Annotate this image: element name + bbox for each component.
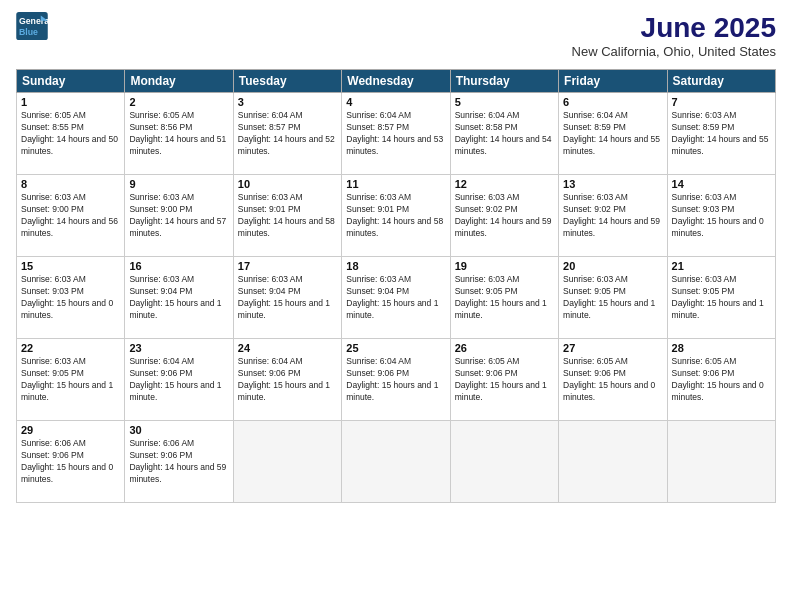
day-cell-21: 21 Sunrise: 6:03 AMSunset: 9:05 PMDaylig… — [667, 257, 775, 339]
col-thursday: Thursday — [450, 70, 558, 93]
week-row-2: 8 Sunrise: 6:03 AMSunset: 9:00 PMDayligh… — [17, 175, 776, 257]
day-cell-23: 23 Sunrise: 6:04 AMSunset: 9:06 PMDaylig… — [125, 339, 233, 421]
col-monday: Monday — [125, 70, 233, 93]
empty-cell-1 — [233, 421, 341, 503]
day-cell-30: 30 Sunrise: 6:06 AMSunset: 9:06 PMDaylig… — [125, 421, 233, 503]
header-row: Sunday Monday Tuesday Wednesday Thursday… — [17, 70, 776, 93]
title-block: June 2025 New California, Ohio, United S… — [572, 12, 776, 59]
day-cell-13: 13 Sunrise: 6:03 AMSunset: 9:02 PMDaylig… — [559, 175, 667, 257]
week-row-1: 1 Sunrise: 6:05 AMSunset: 8:55 PMDayligh… — [17, 93, 776, 175]
day-cell-1: 1 Sunrise: 6:05 AMSunset: 8:55 PMDayligh… — [17, 93, 125, 175]
week-row-4: 22 Sunrise: 6:03 AMSunset: 9:05 PMDaylig… — [17, 339, 776, 421]
day-cell-6: 6 Sunrise: 6:04 AMSunset: 8:59 PMDayligh… — [559, 93, 667, 175]
col-tuesday: Tuesday — [233, 70, 341, 93]
day-cell-12: 12 Sunrise: 6:03 AMSunset: 9:02 PMDaylig… — [450, 175, 558, 257]
page: General Blue June 2025 New California, O… — [0, 0, 792, 612]
logo-icon: General Blue — [16, 12, 48, 40]
week-row-3: 15 Sunrise: 6:03 AMSunset: 9:03 PMDaylig… — [17, 257, 776, 339]
day-cell-9: 9 Sunrise: 6:03 AMSunset: 9:00 PMDayligh… — [125, 175, 233, 257]
day-cell-3: 3 Sunrise: 6:04 AMSunset: 8:57 PMDayligh… — [233, 93, 341, 175]
day-cell-17: 17 Sunrise: 6:03 AMSunset: 9:04 PMDaylig… — [233, 257, 341, 339]
day-cell-25: 25 Sunrise: 6:04 AMSunset: 9:06 PMDaylig… — [342, 339, 450, 421]
month-title: June 2025 — [572, 12, 776, 44]
day-cell-4: 4 Sunrise: 6:04 AMSunset: 8:57 PMDayligh… — [342, 93, 450, 175]
day-cell-10: 10 Sunrise: 6:03 AMSunset: 9:01 PMDaylig… — [233, 175, 341, 257]
calendar-table: Sunday Monday Tuesday Wednesday Thursday… — [16, 69, 776, 503]
day-cell-14: 14 Sunrise: 6:03 AMSunset: 9:03 PMDaylig… — [667, 175, 775, 257]
location: New California, Ohio, United States — [572, 44, 776, 59]
day-cell-5: 5 Sunrise: 6:04 AMSunset: 8:58 PMDayligh… — [450, 93, 558, 175]
day-cell-18: 18 Sunrise: 6:03 AMSunset: 9:04 PMDaylig… — [342, 257, 450, 339]
day-cell-16: 16 Sunrise: 6:03 AMSunset: 9:04 PMDaylig… — [125, 257, 233, 339]
header: General Blue June 2025 New California, O… — [16, 12, 776, 59]
empty-cell-4 — [559, 421, 667, 503]
day-cell-20: 20 Sunrise: 6:03 AMSunset: 9:05 PMDaylig… — [559, 257, 667, 339]
empty-cell-2 — [342, 421, 450, 503]
day-cell-22: 22 Sunrise: 6:03 AMSunset: 9:05 PMDaylig… — [17, 339, 125, 421]
day-cell-24: 24 Sunrise: 6:04 AMSunset: 9:06 PMDaylig… — [233, 339, 341, 421]
empty-cell-3 — [450, 421, 558, 503]
col-friday: Friday — [559, 70, 667, 93]
day-cell-7: 7 Sunrise: 6:03 AMSunset: 8:59 PMDayligh… — [667, 93, 775, 175]
col-sunday: Sunday — [17, 70, 125, 93]
day-cell-26: 26 Sunrise: 6:05 AMSunset: 9:06 PMDaylig… — [450, 339, 558, 421]
day-cell-28: 28 Sunrise: 6:05 AMSunset: 9:06 PMDaylig… — [667, 339, 775, 421]
day-cell-15: 15 Sunrise: 6:03 AMSunset: 9:03 PMDaylig… — [17, 257, 125, 339]
svg-text:Blue: Blue — [19, 27, 38, 37]
day-cell-27: 27 Sunrise: 6:05 AMSunset: 9:06 PMDaylig… — [559, 339, 667, 421]
day-cell-29: 29 Sunrise: 6:06 AMSunset: 9:06 PMDaylig… — [17, 421, 125, 503]
logo: General Blue — [16, 12, 48, 40]
col-wednesday: Wednesday — [342, 70, 450, 93]
day-cell-11: 11 Sunrise: 6:03 AMSunset: 9:01 PMDaylig… — [342, 175, 450, 257]
col-saturday: Saturday — [667, 70, 775, 93]
day-cell-8: 8 Sunrise: 6:03 AMSunset: 9:00 PMDayligh… — [17, 175, 125, 257]
day-cell-2: 2 Sunrise: 6:05 AMSunset: 8:56 PMDayligh… — [125, 93, 233, 175]
week-row-5: 29 Sunrise: 6:06 AMSunset: 9:06 PMDaylig… — [17, 421, 776, 503]
day-cell-19: 19 Sunrise: 6:03 AMSunset: 9:05 PMDaylig… — [450, 257, 558, 339]
empty-cell-5 — [667, 421, 775, 503]
